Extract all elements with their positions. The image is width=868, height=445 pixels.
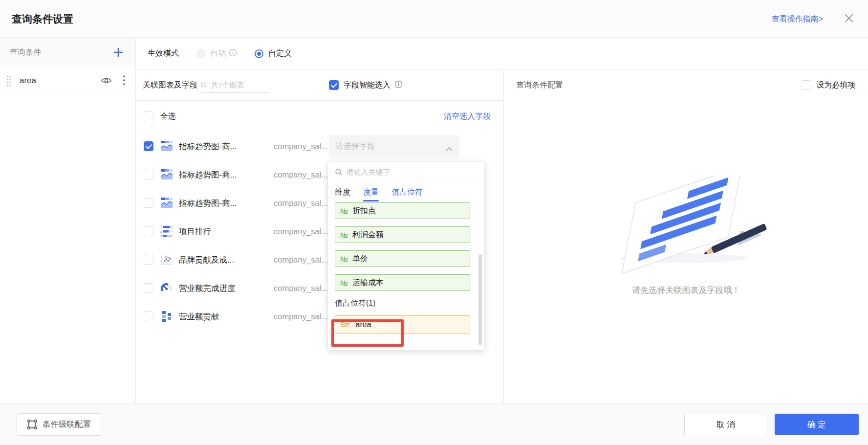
measure-field[interactable]: № 单价	[335, 250, 470, 267]
chart-checkbox[interactable]	[144, 198, 153, 208]
dropdown-scrollbar-thumb[interactable]	[478, 254, 482, 345]
field-select-placeholder: 请选择字段	[336, 135, 375, 157]
field-search[interactable]	[335, 162, 477, 182]
smart-select-label: 字段智能选入	[344, 80, 391, 90]
guide-link[interactable]: 查看操作指南>	[772, 0, 823, 38]
assoc-header-row: 关联图表及字段 字段智能选入	[136, 69, 503, 101]
more-menu-icon[interactable]	[123, 75, 126, 88]
confirm-button[interactable]: 确 定	[775, 414, 859, 435]
chart-dataset: company_sal...	[274, 217, 328, 245]
smart-select-checkbox[interactable]	[329, 80, 339, 90]
chart-name: 项目排行	[179, 217, 211, 245]
placeholder-group-label: 值占位符(1)	[335, 298, 484, 309]
config-header: 查询条件配置 设为必填项	[504, 69, 868, 101]
condition-sidebar: 查询条件 area	[0, 38, 136, 403]
chart-dataset: company_sal...	[274, 274, 328, 302]
field-tabs: 维度 度量 值占位符	[335, 187, 477, 201]
chart-name: 营业额贡献	[179, 302, 219, 331]
chart-dataset: company_sal...	[274, 132, 328, 160]
field-dropdown-panel: 维度 度量 值占位符 № 折扣点 № 利润金额 № 单价 № 运输成本 值占位符…	[328, 162, 484, 350]
assoc-label: 关联图表及字段	[143, 69, 197, 101]
chart-checkbox[interactable]	[144, 283, 153, 293]
chart-search[interactable]	[200, 77, 269, 93]
tab-dimension[interactable]: 维度	[335, 187, 350, 201]
select-all-checkbox[interactable]	[144, 111, 153, 121]
field-select-trigger[interactable]: 请选择字段	[329, 135, 459, 157]
trend-chart-icon	[160, 168, 173, 181]
svg-text:3: 3	[160, 235, 162, 238]
chart-name: 品牌贡献及成...	[179, 245, 234, 274]
empty-state: 请先选择关联图表及字段哦！	[504, 176, 868, 296]
tab-measure[interactable]: 度量	[363, 187, 379, 201]
svg-text:1: 1	[160, 226, 162, 229]
search-icon	[200, 81, 207, 89]
effective-mode-bar: 生效模式 自动 自定义	[136, 38, 868, 69]
required-label: 设为必填项	[816, 80, 855, 90]
effective-mode-label: 生效模式	[148, 48, 179, 59]
required-checkbox[interactable]	[802, 80, 811, 90]
condition-item-area[interactable]: area	[0, 67, 135, 94]
measure-field[interactable]: № 运输成本	[335, 274, 470, 291]
cancel-button[interactable]: 取 消	[684, 414, 767, 435]
clear-selected-link[interactable]: 清空选入字段	[444, 101, 491, 132]
cascade-icon	[27, 419, 38, 430]
dialog-footer: 条件级联配置 取 消 确 定	[0, 403, 868, 445]
scatter-chart-icon	[160, 253, 173, 266]
chart-checkbox[interactable]	[144, 226, 153, 236]
svg-text:2: 2	[160, 230, 162, 233]
select-all-row: 全选 清空选入字段	[136, 101, 503, 132]
close-icon[interactable]	[844, 13, 855, 24]
config-title: 查询条件配置	[516, 69, 563, 101]
chart-search-input[interactable]	[211, 81, 269, 89]
radio-auto-label: 自动	[210, 48, 226, 59]
tab-placeholder[interactable]: 值占位符	[391, 187, 423, 201]
measure-field[interactable]: № 折扣点	[335, 202, 470, 219]
visibility-eye-icon[interactable]	[101, 76, 112, 87]
radio-custom[interactable]	[255, 49, 263, 58]
required-toggle: 设为必填项	[802, 69, 855, 101]
empty-hint: 请先选择关联图表及字段哦！	[504, 285, 868, 296]
trend-chart-icon	[160, 140, 173, 153]
sidebar-title: 查询条件	[10, 38, 41, 67]
info-icon[interactable]	[394, 80, 403, 90]
chart-dataset: company_sal...	[274, 160, 328, 189]
chart-name: 营业额完成进度	[179, 274, 236, 302]
chart-dataset: company_sal...	[274, 302, 328, 331]
field-label: area	[356, 320, 371, 329]
field-label: 单价	[352, 254, 368, 264]
query-condition-dialog: 查询条件设置 查看操作指南> 查询条件 area	[0, 0, 868, 445]
chart-checkbox[interactable]	[144, 170, 153, 179]
chart-dataset: company_sal...	[274, 245, 328, 274]
chart-dataset: company_sal...	[274, 189, 328, 217]
mode-option-custom[interactable]: 自定义	[255, 48, 292, 59]
field-label: 运输成本	[352, 278, 384, 288]
dialog-title: 查询条件设置	[12, 0, 73, 38]
placeholder-field-area[interactable]: Str. area	[335, 315, 470, 334]
cascade-config-button[interactable]: 条件级联配置	[17, 413, 101, 436]
field-search-input[interactable]	[347, 168, 477, 176]
chart-checkbox[interactable]	[144, 141, 153, 151]
info-icon[interactable]	[229, 48, 237, 59]
number-type-icon: №	[340, 231, 348, 239]
radio-auto[interactable]	[196, 49, 205, 58]
chart-name: 指标趋势图-商...	[179, 160, 237, 189]
search-icon	[335, 168, 343, 176]
string-type-icon: Str.	[340, 320, 351, 329]
field-label: 折扣点	[352, 206, 376, 216]
add-condition-icon[interactable]	[113, 47, 124, 60]
measure-field-list: № 折扣点 № 利润金额 № 单价 № 运输成本	[328, 201, 484, 291]
measure-field[interactable]: № 利润金额	[335, 226, 470, 243]
mode-option-auto[interactable]: 自动	[196, 48, 237, 59]
chart-row[interactable]: 指标趋势图-商... company_sal... 请选择字段	[136, 132, 503, 160]
chart-checkbox[interactable]	[144, 255, 153, 265]
number-type-icon: №	[340, 255, 348, 263]
select-all-label: 全选	[160, 101, 176, 132]
condition-name: area	[20, 67, 36, 94]
empty-illustration	[593, 176, 779, 274]
chart-checkbox[interactable]	[144, 312, 153, 321]
number-type-icon: №	[340, 207, 348, 215]
cascade-label: 条件级联配置	[43, 419, 91, 430]
sidebar-header: 查询条件	[0, 38, 135, 67]
drag-handle-icon[interactable]	[6, 75, 11, 89]
smart-select-group: 字段智能选入	[329, 69, 403, 101]
